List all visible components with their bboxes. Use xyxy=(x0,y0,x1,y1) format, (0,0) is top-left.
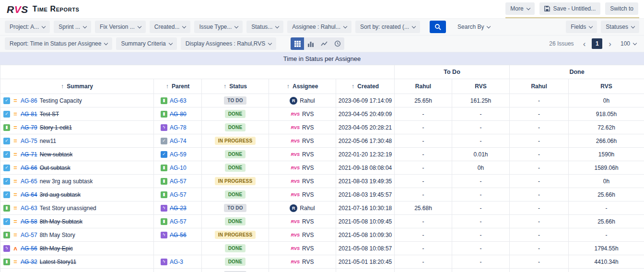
issue-summary: Out subtask xyxy=(40,165,70,171)
save-button[interactable]: Save - Untitled... xyxy=(539,2,601,15)
issue-key-link[interactable]: AG-64 xyxy=(21,191,37,198)
parent-key-link[interactable]: AG-57 xyxy=(170,218,187,225)
parent-key-link[interactable]: AG-10 xyxy=(170,165,187,171)
created-filter[interactable]: Created... xyxy=(150,21,191,33)
hours-cell: - xyxy=(395,242,452,255)
assignee-avatar: R xyxy=(290,97,297,105)
parent-key-link[interactable]: AG-78 xyxy=(170,124,187,131)
table-row: ✓=AG-643rd aug subtask▮AG-57DONERVSRVS20… xyxy=(0,188,644,201)
parent-key-link[interactable]: AG-74 xyxy=(170,138,187,144)
table-row: ✓=AG-86Testing Capacity▮AG-63TO DORRahul… xyxy=(0,94,644,107)
hours-cell: - xyxy=(569,269,644,272)
hours-cell: - xyxy=(395,107,452,121)
created-cell: 2021-05-08 10:09:30 xyxy=(336,228,395,242)
column-header-parent[interactable]: ↑ Parent xyxy=(154,79,202,94)
view-toggle-group xyxy=(291,37,344,50)
issue-key-link[interactable]: AG-65 xyxy=(21,178,37,185)
issue-key-link[interactable]: AG-63 xyxy=(21,205,37,212)
subtask-issue-type-icon: ✓ xyxy=(3,191,10,198)
parent-key-link[interactable]: AG-80 xyxy=(170,111,187,118)
issue-key-link[interactable]: AG-75 xyxy=(21,138,37,144)
chevron-down-icon xyxy=(631,24,635,28)
subtask-issue-type-icon: ✓ xyxy=(3,178,10,185)
hours-cell: - xyxy=(452,255,510,269)
created-cell: 2021-08-03 19:45:57 xyxy=(336,188,395,201)
assignee-logo-rvs: RVS xyxy=(291,125,300,130)
column-header-created[interactable]: ↑ Created xyxy=(336,79,395,94)
sort-by-filter[interactable]: Sort by: created (... xyxy=(355,21,420,33)
summary-criteria-dropdown[interactable]: Summary Criteria xyxy=(116,37,176,50)
parent-key-link[interactable]: AG-56 xyxy=(170,232,187,238)
issue-key-link[interactable]: AG-71 xyxy=(21,151,37,158)
status-filter[interactable]: Status... xyxy=(246,21,283,33)
chevron-down-icon xyxy=(104,41,108,45)
column-header-summary[interactable]: ↑ Summary xyxy=(0,79,154,94)
sort-arrow-icon: ↑ xyxy=(287,83,291,90)
column-header-status[interactable]: ↑ Status xyxy=(202,79,269,94)
time-view-icon[interactable] xyxy=(331,37,344,50)
line-chart-view-icon[interactable] xyxy=(317,37,331,50)
status-cell: IN PROGRESS xyxy=(202,175,269,188)
issue-key-link[interactable]: AG-32 xyxy=(21,259,37,265)
project-filter[interactable]: Project: A... xyxy=(5,21,50,33)
bar-chart-view-icon[interactable] xyxy=(304,37,317,50)
issue-key-link[interactable]: AG-58 xyxy=(21,218,37,225)
issue-summary: Test ST xyxy=(40,111,59,118)
statuses-dropdown[interactable]: Statuses xyxy=(601,21,639,33)
issue-key-link[interactable]: AG-57 xyxy=(21,232,37,238)
hours-cell: - xyxy=(395,148,452,161)
issue-key-link[interactable]: AG-79 xyxy=(21,124,37,131)
more-button[interactable]: More xyxy=(505,2,534,15)
chevron-down-icon xyxy=(138,24,141,28)
parent-cell: ▮AG-80 xyxy=(154,107,202,121)
status-badge: DONE xyxy=(225,217,246,225)
assignee-cell: RRahul xyxy=(269,201,336,215)
issue-key-link[interactable]: AG-81 xyxy=(21,111,37,118)
issue-key-link[interactable]: AG-86 xyxy=(21,97,37,104)
fix-version-filter[interactable]: Fix Version ... xyxy=(95,21,146,33)
assignee-cell: RVSRVS xyxy=(269,107,336,121)
summary-cell: ✓=AG-643rd aug subtask xyxy=(0,188,154,201)
switch-to-button[interactable]: Switch to xyxy=(605,2,638,15)
next-page-button[interactable]: › xyxy=(606,40,614,48)
column-label: Rahul xyxy=(415,83,431,90)
issue-type-filter[interactable]: Issue Type... xyxy=(194,21,243,33)
column-header-assignee[interactable]: ↑ Assignee xyxy=(269,79,336,94)
story-issue-type-icon: ▮ xyxy=(3,232,10,238)
assignee-name: RVS xyxy=(302,218,314,225)
search-by-dropdown[interactable]: Search By xyxy=(455,23,493,31)
chevron-down-icon xyxy=(268,41,272,45)
priority-medium-icon: = xyxy=(12,165,18,171)
hours-cell: - xyxy=(510,242,569,255)
assignee-filter[interactable]: Assignee : Rahul... xyxy=(287,21,351,33)
status-cell: IN PROGRESS xyxy=(202,228,269,242)
subtask-issue-type-icon: ✓ xyxy=(3,111,10,118)
search-icon xyxy=(434,24,441,30)
table-row: ✓=AG-66Out subtask▮AG-10DONERVSRVS2021-0… xyxy=(0,161,644,175)
table-view-icon[interactable] xyxy=(291,37,304,50)
report-dropdown[interactable]: Report: Time in Status per Assignee xyxy=(5,37,112,50)
prev-page-button[interactable]: ‹ xyxy=(581,40,588,48)
hours-cell: - xyxy=(510,148,569,161)
fields-dropdown[interactable]: Fields xyxy=(566,21,597,33)
page-size-dropdown[interactable]: 100 xyxy=(618,40,639,47)
issue-key-link[interactable]: AG-66 xyxy=(21,165,37,171)
summary-cell: ✓=AG-71New subtask xyxy=(0,148,154,161)
assignee-cell: RVSRVS xyxy=(269,134,336,148)
hours-cell: - xyxy=(510,161,569,175)
parent-key-link[interactable]: AG-57 xyxy=(170,178,187,185)
current-page[interactable]: 1 xyxy=(592,38,602,49)
parent-key-link[interactable]: AG-23 xyxy=(170,205,187,212)
status-badge: IN PROGRESS xyxy=(215,231,256,239)
parent-key-link[interactable]: AG-59 xyxy=(170,151,187,158)
display-assignees-dropdown[interactable]: Display Assignees : Rahul,RVS xyxy=(181,37,277,50)
summary-cell: ▮=AG-63Test Story unassigned xyxy=(0,201,154,215)
sprint-filter[interactable]: Sprint ... xyxy=(54,21,91,33)
chevron-down-icon xyxy=(589,24,593,28)
parent-key-link[interactable]: AG-63 xyxy=(170,97,187,104)
search-button[interactable] xyxy=(430,21,446,33)
issue-key-link[interactable]: AG-56 xyxy=(21,245,37,252)
parent-key-link[interactable]: AG-3 xyxy=(170,259,183,265)
column-label: Summary xyxy=(67,83,93,90)
parent-key-link[interactable]: AG-57 xyxy=(170,191,187,198)
